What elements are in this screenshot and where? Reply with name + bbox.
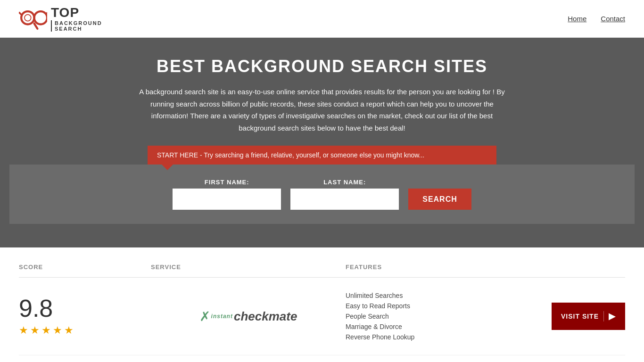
svg-point-0 (21, 11, 34, 24)
instant-text: instant (211, 313, 233, 320)
feature-item: Unlimited Searches (346, 292, 540, 299)
star-2: ★ (30, 324, 40, 337)
last-name-group: LAST NAME: (290, 179, 399, 210)
logo-text: TOP BACKGROUNDSEARCH (51, 6, 102, 32)
logo-icon (19, 6, 47, 32)
score-number-1: 9.8 (19, 296, 53, 321)
first-name-label: FIRST NAME: (173, 179, 281, 186)
checkmark-icon: ✗ (199, 309, 210, 324)
logo: TOP BACKGROUNDSEARCH (19, 6, 102, 32)
last-name-label: LAST NAME: (290, 179, 399, 186)
feature-item: People Search (346, 313, 540, 320)
nav-home[interactable]: Home (568, 15, 586, 23)
star-5: ★ (64, 324, 74, 337)
header: TOP BACKGROUNDSEARCH Home Contact (0, 0, 644, 38)
nav-contact[interactable]: Contact (601, 15, 625, 23)
hero-description: A background search site is an easy-to-u… (133, 86, 511, 134)
star-4: ★ (53, 324, 62, 337)
svg-line-3 (19, 12, 21, 15)
col-features: FEATURES (346, 263, 540, 271)
checkmate-text: checkmate (234, 309, 297, 324)
col-action (540, 263, 625, 271)
svg-point-1 (34, 11, 47, 24)
hero-section: BEST BACKGROUND SEARCH SITES A backgroun… (0, 38, 644, 247)
visit-cell-1: VISIT SITE ▶ (540, 303, 625, 330)
table-row: 9.4 ★ ★ ★ ★ ★ PeopleLooker Accurate and … (19, 355, 625, 362)
logo-bottom-text: BACKGROUNDSEARCH (51, 20, 102, 32)
nav: Home Contact (568, 15, 625, 23)
svg-point-6 (25, 15, 31, 21)
search-form: FIRST NAME: LAST NAME: SEARCH (19, 179, 625, 210)
arrow-icon-1: ▶ (603, 311, 616, 321)
search-banner: START HERE - Try searching a friend, rel… (148, 146, 496, 165)
table-header: SCORE SERVICE FEATURES (19, 257, 625, 278)
col-service: SERVICE (151, 263, 346, 271)
stars-1: ★ ★ ★ ★ ★ (19, 324, 74, 337)
star-3: ★ (41, 324, 51, 337)
results-table: SCORE SERVICE FEATURES 9.8 ★ ★ ★ ★ ★ ✗ i… (0, 257, 644, 362)
features-cell-1: Unlimited Searches Easy to Read Reports … (346, 292, 540, 341)
last-name-input[interactable] (290, 189, 399, 210)
feature-item: Easy to Read Reports (346, 302, 540, 310)
hero-title: BEST BACKGROUND SEARCH SITES (9, 57, 635, 76)
table-row: 9.8 ★ ★ ★ ★ ★ ✗ instant checkmate Unlimi… (19, 278, 625, 355)
col-score: SCORE (19, 263, 151, 271)
feature-item: Reverse Phone Lookup (346, 333, 540, 341)
first-name-input[interactable] (173, 189, 281, 210)
search-form-container: FIRST NAME: LAST NAME: SEARCH (9, 165, 635, 224)
visit-label-1: VISIT SITE (561, 313, 599, 320)
score-cell-1: 9.8 ★ ★ ★ ★ ★ (19, 296, 151, 337)
banner-text: START HERE - Try searching a friend, rel… (157, 151, 424, 159)
star-1: ★ (19, 324, 28, 337)
logo-top-text: TOP (51, 6, 102, 20)
visit-site-button-1[interactable]: VISIT SITE ▶ (552, 303, 625, 330)
feature-item: Marriage & Divorce (346, 323, 540, 330)
first-name-group: FIRST NAME: (173, 179, 281, 210)
service-cell-1: ✗ instant checkmate (151, 309, 346, 324)
search-button[interactable]: SEARCH (408, 189, 471, 210)
instant-checkmate-logo: ✗ instant checkmate (199, 309, 297, 324)
